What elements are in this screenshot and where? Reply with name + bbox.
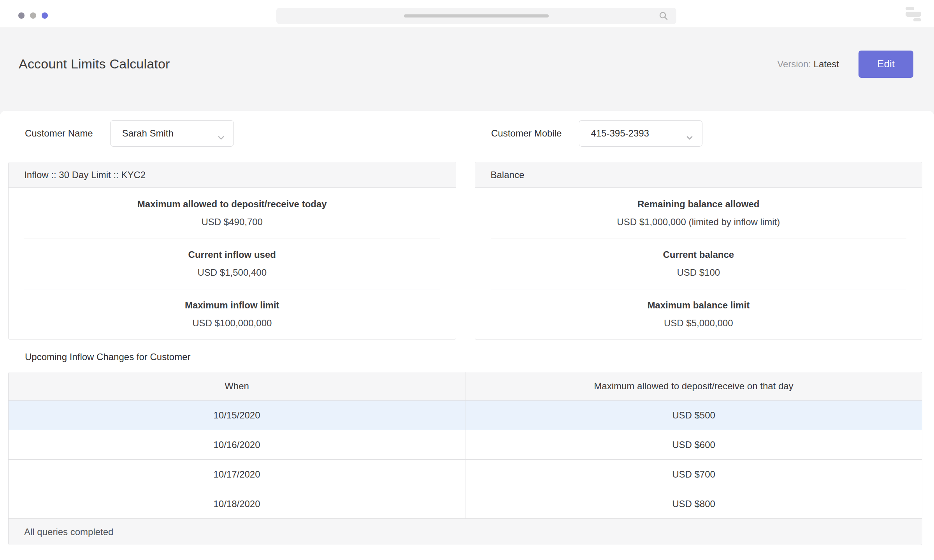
window-dot-icon [42,12,48,19]
stat-value: USD $100 [677,267,720,278]
when-cell: 10/16/2020 [9,430,465,459]
window-dot-icon [30,12,36,19]
bar-icon [906,7,914,10]
customer-mobile-value: 415-395-2393 [591,128,649,139]
page-title: Account Limits Calculator [19,56,170,72]
chevron-down-icon [686,131,693,142]
table-row: 10/17/2020 USD $700 [9,459,922,489]
amount-cell: USD $600 [465,430,922,459]
customer-name-value: Sarah Smith [122,128,174,139]
table-row: 10/16/2020 USD $600 [9,430,922,459]
bar-icon [913,18,921,21]
amount-cell: USD $700 [465,460,922,489]
chevron-down-icon [218,131,224,142]
stat-label: Maximum inflow limit [185,300,279,311]
when-cell: 10/18/2020 [9,489,465,518]
version-label: Version: [777,59,811,69]
column-header-max-allowed: Maximum allowed to deposit/receive on th… [465,372,922,400]
table-row: 10/15/2020 USD $500 [9,400,922,430]
balance-panel: Balance Remaining balance allowed USD $1… [475,162,923,340]
stat-value: USD $100,000,000 [192,318,272,329]
upcoming-section-heading: Upcoming Inflow Changes for Customer [25,352,934,362]
upcoming-table: When Maximum allowed to deposit/receive … [8,372,922,545]
amount-cell: USD $800 [465,489,922,518]
stat-label: Current inflow used [188,249,276,260]
stat-block: Current balance USD $100 [475,238,922,289]
inflow-panel-title: Inflow :: 30 Day Limit :: KYC2 [9,162,456,188]
column-header-when: When [9,372,465,400]
search-placeholder-line [404,14,549,18]
when-cell: 10/17/2020 [9,460,465,489]
table-header-row: When Maximum allowed to deposit/receive … [9,372,922,400]
browser-chrome [0,0,934,27]
customer-name-select[interactable]: Sarah Smith [110,120,234,147]
stat-value: USD $1,000,000 (limited by inflow limit) [617,217,780,228]
stat-label: Maximum balance limit [647,300,750,311]
bar-icon [906,12,921,17]
overflow-menu-icon[interactable] [906,7,921,21]
search-icon[interactable] [658,11,669,23]
amount-cell: USD $500 [465,401,922,430]
customer-mobile-select[interactable]: 415-395-2393 [579,120,702,147]
inflow-panel: Inflow :: 30 Day Limit :: KYC2 Maximum a… [8,162,456,340]
customer-selector-row: Customer Name Sarah Smith Customer Mobil… [0,120,934,147]
stat-label: Remaining balance allowed [637,199,759,210]
stat-panels: Inflow :: 30 Day Limit :: KYC2 Maximum a… [8,162,922,340]
balance-panel-title: Balance [475,162,922,188]
content-sheet: Customer Name Sarah Smith Customer Mobil… [0,111,934,560]
window-dots [18,12,48,19]
stat-label: Maximum allowed to deposit/receive today [137,199,327,210]
version-value: Latest [814,59,839,69]
stat-value: USD $5,000,000 [664,318,733,329]
browser-search-input[interactable] [276,8,676,24]
stat-block: Maximum allowed to deposit/receive today… [9,188,456,238]
table-row: 10/18/2020 USD $800 [9,489,922,518]
stat-value: USD $490,700 [202,217,263,228]
version-text: Version: Latest [777,59,839,70]
page-header: Account Limits Calculator Version: Lates… [0,27,934,111]
stat-block: Current inflow used USD $1,500,400 [9,238,456,289]
customer-name-label: Customer Name [25,128,93,139]
stat-block: Remaining balance allowed USD $1,000,000… [475,188,922,238]
when-cell: 10/15/2020 [9,401,465,430]
table-status-footer: All queries completed [9,518,922,545]
stat-label: Current balance [663,249,734,260]
window-dot-icon [18,12,25,19]
customer-mobile-label: Customer Mobile [491,128,562,139]
edit-button[interactable]: Edit [859,51,913,78]
stat-block: Maximum inflow limit USD $100,000,000 [9,289,456,340]
stat-value: USD $1,500,400 [198,267,267,278]
stat-block: Maximum balance limit USD $5,000,000 [475,289,922,340]
